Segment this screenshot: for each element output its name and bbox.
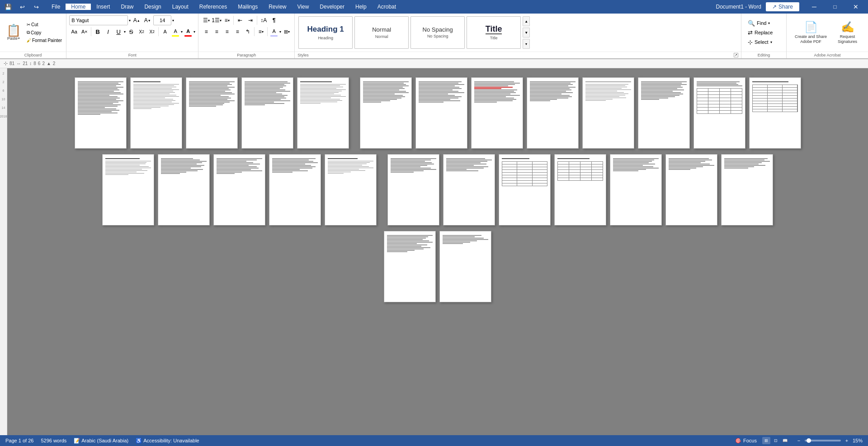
close-button[interactable]: ✕ xyxy=(845,2,866,12)
copy-button[interactable]: ⧉Copy xyxy=(25,29,63,36)
tab-home[interactable]: Home xyxy=(66,4,91,10)
page-thumb[interactable] xyxy=(297,77,349,149)
page-thumb[interactable] xyxy=(186,77,238,149)
multilevel-list-button[interactable]: ≡▾ xyxy=(222,15,232,25)
underline-button[interactable]: U xyxy=(113,27,123,37)
font-color-dropdown[interactable]: ▾ xyxy=(193,30,195,34)
page-thumb[interactable] xyxy=(241,77,293,149)
rtl-button[interactable]: ↰ xyxy=(243,27,253,37)
clear-formatting-button[interactable]: A✕ xyxy=(80,27,90,37)
style-no-spacing[interactable]: No Spacing No Spacing xyxy=(410,16,465,49)
page-thumb[interactable] xyxy=(269,154,321,225)
styles-scroll-down[interactable]: ▼ xyxy=(523,28,530,38)
styles-dialog-launcher[interactable]: ↗ xyxy=(734,53,738,57)
minimize-button[interactable]: ─ xyxy=(804,2,825,12)
font-size-dropdown-arrow[interactable]: ▾ xyxy=(172,19,174,23)
tab-acrobat[interactable]: Acrobat xyxy=(372,4,401,10)
create-share-pdf-button[interactable]: 📄 Create and ShareAdobe PDF xyxy=(791,19,830,46)
select-dropdown[interactable]: ▾ xyxy=(770,40,772,44)
page-thumb[interactable] xyxy=(471,77,523,149)
tab-draw[interactable]: Draw xyxy=(115,4,139,10)
web-layout-button[interactable]: ⊡ xyxy=(772,437,780,444)
shading-button[interactable]: A xyxy=(269,27,279,37)
accessibility-status[interactable]: ♿ Accessibility: Unavailable xyxy=(136,438,199,444)
zoom-in-button[interactable]: + xyxy=(843,437,851,444)
request-signatures-button[interactable]: ✍ RequestSignatures xyxy=(834,19,861,46)
tab-insert[interactable]: Insert xyxy=(91,4,115,10)
tab-layout[interactable]: Layout xyxy=(167,4,194,10)
strikethrough-button[interactable]: S xyxy=(126,27,136,37)
page-thumb[interactable] xyxy=(582,77,634,149)
align-left-button[interactable]: ≡ xyxy=(201,27,211,37)
font-size-input[interactable] xyxy=(153,15,171,25)
print-layout-button[interactable]: ⊞ xyxy=(762,437,770,444)
language-indicator[interactable]: 📝 Arabic (Saudi Arabia) xyxy=(74,438,128,444)
font-name-dropdown-arrow[interactable]: ▾ xyxy=(129,19,131,23)
tab-developer[interactable]: Developer xyxy=(314,4,350,10)
font-color-button[interactable]: A xyxy=(183,27,193,37)
show-hide-button[interactable]: ¶ xyxy=(269,15,279,25)
maximize-button[interactable]: □ xyxy=(825,2,845,12)
line-spacing-button[interactable]: ≡▾ xyxy=(256,27,266,37)
page-thumb[interactable] xyxy=(102,154,154,225)
justify-button[interactable]: ≡ xyxy=(232,27,242,37)
font-name-input[interactable] xyxy=(69,15,128,25)
zoom-thumb[interactable] xyxy=(807,438,811,443)
cut-button[interactable]: ✂Cut xyxy=(25,21,63,28)
shading-dropdown[interactable]: ▾ xyxy=(279,30,281,34)
numbering-button[interactable]: 1☰▾ xyxy=(212,15,222,25)
superscript-button[interactable]: X2 xyxy=(147,27,157,37)
find-button[interactable]: 🔍 Find ▾ xyxy=(746,19,782,28)
page-thumb[interactable] xyxy=(439,231,491,302)
format-painter-button[interactable]: 🖌Format Painter xyxy=(25,37,63,44)
page-thumb[interactable] xyxy=(610,154,662,225)
page-thumb[interactable] xyxy=(721,154,773,225)
page-thumb[interactable] xyxy=(325,154,377,225)
document-canvas[interactable] xyxy=(7,68,868,435)
tab-view[interactable]: View xyxy=(292,4,315,10)
tab-references[interactable]: References xyxy=(194,4,232,10)
page-thumb[interactable] xyxy=(554,154,606,225)
highlight-color-button[interactable]: A xyxy=(170,27,180,37)
undo-icon[interactable]: ↩ xyxy=(16,0,28,13)
borders-button[interactable]: ⊞▾ xyxy=(282,27,292,37)
page-thumb[interactable] xyxy=(387,154,439,225)
page-thumb[interactable] xyxy=(158,154,210,225)
decrease-font-button[interactable]: A▼ xyxy=(142,15,152,25)
style-normal[interactable]: Normal Normal xyxy=(354,16,409,49)
sort-button[interactable]: ↕A xyxy=(259,15,269,25)
page-thumb[interactable] xyxy=(443,154,495,225)
read-mode-button[interactable]: 📖 xyxy=(781,437,789,444)
increase-indent-button[interactable]: ⇥ xyxy=(245,15,255,25)
tab-file[interactable]: File xyxy=(46,4,66,10)
zoom-slider[interactable] xyxy=(805,440,841,441)
page-thumb[interactable] xyxy=(693,77,745,149)
decrease-indent-button[interactable]: ⇤ xyxy=(235,15,245,25)
find-dropdown[interactable]: ▾ xyxy=(768,21,770,25)
align-right-button[interactable]: ≡ xyxy=(222,27,232,37)
highlight-dropdown[interactable]: ▾ xyxy=(181,30,183,34)
replace-button[interactable]: ⇄ Replace xyxy=(746,28,782,37)
bold-button[interactable]: B xyxy=(93,27,103,37)
zoom-out-button[interactable]: − xyxy=(795,437,803,444)
paste-button[interactable]: 📋 Paste ▾ xyxy=(3,20,24,45)
styles-expand[interactable]: ▾ xyxy=(523,39,530,49)
page-thumb[interactable] xyxy=(130,77,182,149)
align-center-button[interactable]: ≡ xyxy=(212,27,222,37)
focus-button[interactable]: 🎯 Focus xyxy=(735,438,757,444)
style-title[interactable]: Title Title xyxy=(467,16,521,49)
save-icon[interactable]: 💾 xyxy=(2,0,14,13)
bullets-button[interactable]: ☰▾ xyxy=(201,15,211,25)
select-button[interactable]: ⊹ Select ▾ xyxy=(746,38,782,47)
page-thumb[interactable] xyxy=(360,77,412,149)
tab-help[interactable]: Help xyxy=(350,4,372,10)
page-thumb[interactable] xyxy=(384,231,436,302)
page-thumb[interactable] xyxy=(75,77,127,149)
page-thumb[interactable] xyxy=(749,77,801,149)
page-thumb[interactable] xyxy=(638,77,690,149)
page-thumb[interactable] xyxy=(213,154,265,225)
share-button[interactable]: ↗ Share xyxy=(766,2,799,11)
style-heading1[interactable]: Heading 1 Heading xyxy=(298,16,353,49)
tab-review[interactable]: Review xyxy=(263,4,292,10)
underline-dropdown[interactable]: ▾ xyxy=(124,30,126,34)
